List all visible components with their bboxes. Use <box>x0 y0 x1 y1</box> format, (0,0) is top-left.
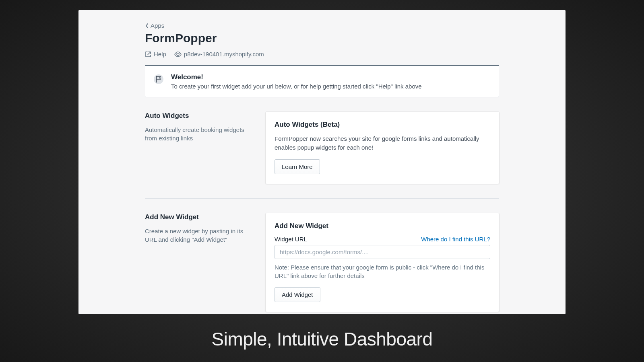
chevron-left-icon <box>145 23 149 29</box>
add-widget-subtext: Create a new widget by pasting in its UR… <box>145 227 252 244</box>
flag-icon <box>153 74 164 84</box>
add-widget-button[interactable]: Add Widget <box>275 287 320 302</box>
marketing-caption: Simple, Intuitive Dashboard <box>0 328 644 350</box>
add-widget-card: Add New Widget Widget URL Where do I fin… <box>266 213 499 312</box>
auto-widgets-card-title: Auto Widgets (Beta) <box>275 121 490 129</box>
auto-widgets-card: Auto Widgets (Beta) FormPopper now searc… <box>266 112 499 184</box>
breadcrumb-label: Apps <box>151 22 164 29</box>
banner-title: Welcome! <box>171 73 422 81</box>
banner-description: To create your first widget add your url… <box>171 83 422 90</box>
auto-widgets-subtext: Automatically create booking widgets fro… <box>145 125 252 142</box>
widget-url-note: Note: Please ensure that your google for… <box>275 263 490 280</box>
external-link-icon <box>145 51 151 58</box>
shop-domain-label: p8dev-190401.myshopify.com <box>184 51 264 58</box>
widget-url-input[interactable] <box>275 245 490 259</box>
welcome-banner: Welcome! To create your first widget add… <box>145 65 499 97</box>
learn-more-button[interactable]: Learn More <box>275 159 320 174</box>
where-find-url-link[interactable]: Where do I find this URL? <box>421 236 490 243</box>
app-window: Apps FormPopper Help p8dev-190401.myshop… <box>78 10 566 314</box>
auto-widgets-card-desc: FormPopper now searches your site for go… <box>275 134 490 152</box>
eye-icon <box>174 51 182 57</box>
view-shop-link[interactable]: p8dev-190401.myshopify.com <box>174 51 264 58</box>
add-widget-section: Add New Widget Create a new widget by pa… <box>145 198 499 326</box>
add-widget-card-title: Add New Widget <box>275 222 490 230</box>
auto-widgets-heading: Auto Widgets <box>145 112 252 120</box>
breadcrumb-back[interactable]: Apps <box>145 22 499 29</box>
widget-url-label: Widget URL <box>275 236 307 243</box>
svg-point-0 <box>177 53 179 56</box>
auto-widgets-section: Auto Widgets Automatically create bookin… <box>145 112 499 198</box>
help-link-label: Help <box>154 51 166 58</box>
add-widget-heading: Add New Widget <box>145 213 252 221</box>
help-link[interactable]: Help <box>145 51 166 58</box>
page-title: FormPopper <box>145 31 499 45</box>
